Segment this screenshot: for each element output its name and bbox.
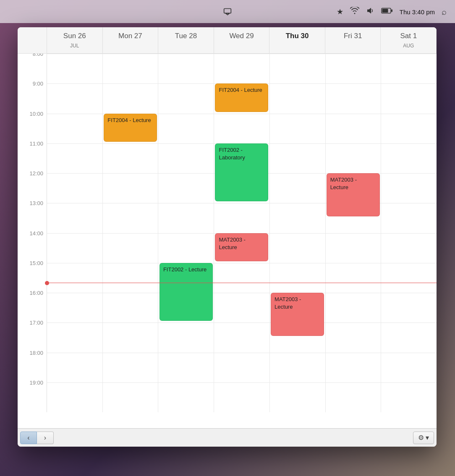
time-gutter-header xyxy=(18,27,47,53)
calendar-header: Sun 26JULMon 27Tue 28Wed 29Thu 30Fri 31S… xyxy=(18,27,437,54)
hour-line-9 xyxy=(47,323,437,323)
time-label-1: 9:00 xyxy=(33,81,43,87)
svg-rect-4 xyxy=(391,9,392,12)
day-header-5: Fri 31 xyxy=(325,27,381,53)
next-button[interactable]: › xyxy=(37,432,54,444)
time-label-7: 15:00 xyxy=(29,260,43,266)
menubar-time: Thu 3:40 pm xyxy=(400,8,435,15)
bluetooth-icon: ★ xyxy=(337,7,343,16)
airplay-icon xyxy=(223,8,232,16)
menubar: ★ Thu 3:40 pm ⌕ xyxy=(0,0,455,23)
day-header-4: Thu 30 xyxy=(269,27,325,53)
day-header-6: Sat 1AUG xyxy=(381,27,437,53)
search-icon[interactable]: ⌕ xyxy=(442,7,447,16)
calendar-body: 8:009:0010:0011:0012:0013:0014:0015:0016… xyxy=(18,54,437,428)
day-header-2: Tue 28 xyxy=(158,27,214,53)
menubar-icons: ★ Thu 3:40 pm ⌕ xyxy=(337,7,447,16)
time-label-9: 17:00 xyxy=(29,320,43,326)
hour-line-10 xyxy=(47,353,437,353)
svg-marker-2 xyxy=(367,8,371,13)
wifi-icon xyxy=(350,7,359,16)
svg-rect-0 xyxy=(224,8,231,13)
time-label-3: 11:00 xyxy=(29,140,43,146)
calendar-toolbar: ‹ › ⚙ ▾ xyxy=(18,428,437,447)
svg-rect-5 xyxy=(382,9,388,13)
day-header-1: Mon 27 xyxy=(103,27,159,53)
volume-icon xyxy=(366,7,374,16)
hour-line-8 xyxy=(47,293,437,293)
event-fit2004-wed[interactable]: FIT2004 - Lecture xyxy=(215,83,268,112)
event-mat2003-thu[interactable]: MAT2003 - Lecture xyxy=(271,293,324,336)
time-label-2: 10:00 xyxy=(29,110,43,117)
time-label-6: 14:00 xyxy=(29,230,43,236)
time-label-11: 19:00 xyxy=(29,379,43,385)
prev-button[interactable]: ‹ xyxy=(20,432,37,444)
hour-line-7 xyxy=(47,263,437,263)
hour-line-0 xyxy=(47,54,437,54)
event-fit2004-mon[interactable]: FIT2004 - Lecture xyxy=(104,114,157,142)
event-mat2003-wed[interactable]: MAT2003 - Lecture xyxy=(215,233,268,261)
time-label-10: 18:00 xyxy=(29,349,43,356)
grid-area: FIT2004 - LectureFIT2004 - LectureFIT200… xyxy=(47,54,437,412)
time-label-8: 16:00 xyxy=(29,290,43,296)
gear-button[interactable]: ⚙ ▾ xyxy=(413,432,434,444)
calendar-window: Sun 26JULMon 27Tue 28Wed 29Thu 30Fri 31S… xyxy=(18,27,437,447)
event-fit2002-tue[interactable]: FIT2002 - Lecture xyxy=(160,263,213,321)
day-header-3: Wed 29 xyxy=(214,27,270,53)
current-time-line xyxy=(47,283,437,283)
day-header-0: Sun 26JUL xyxy=(47,27,103,53)
time-label-0: 8:00 xyxy=(33,54,43,57)
hour-line-11 xyxy=(47,382,437,383)
time-gutter: 8:009:0010:0011:0012:0013:0014:0015:0016… xyxy=(18,54,47,412)
svg-marker-1 xyxy=(226,13,229,15)
event-fit2002-wed[interactable]: FIT2002 - Laboratory xyxy=(215,143,268,202)
time-label-4: 12:00 xyxy=(29,170,43,177)
time-label-5: 13:00 xyxy=(29,200,43,206)
battery-icon xyxy=(381,7,393,16)
event-mat2003-fri[interactable]: MAT2003 - Lecture xyxy=(327,173,380,216)
